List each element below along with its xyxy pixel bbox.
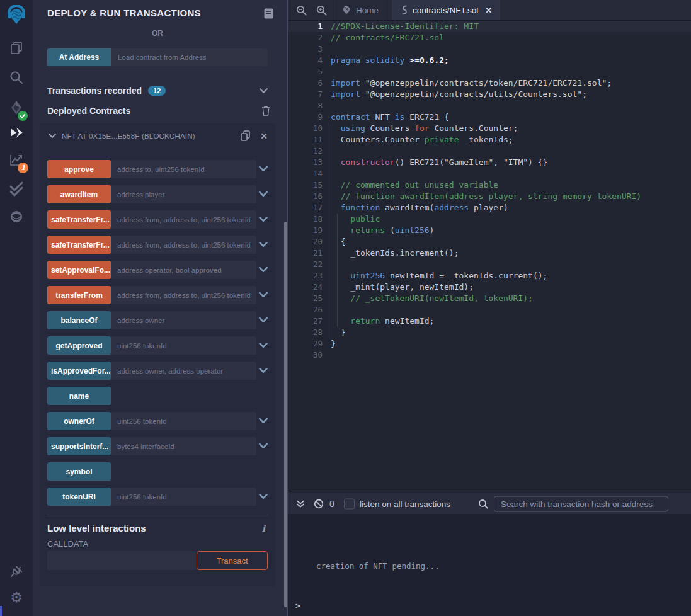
code-line-17[interactable]: 17 function awardItem(address player) (288, 202, 691, 214)
function-args-input[interactable] (111, 286, 256, 304)
function-args-input[interactable] (111, 185, 256, 203)
code-line-10[interactable]: 10 using Counters for Counters.Counter; (288, 123, 691, 134)
static-analysis-icon[interactable] (0, 181, 33, 197)
transact-button[interactable]: Transact (197, 551, 268, 570)
zoom-in-icon[interactable] (316, 5, 327, 16)
code-line-9[interactable]: 9contract NFT is ERC721 { (288, 111, 691, 123)
debugger-icon[interactable] (0, 209, 33, 224)
function-args-input[interactable] (111, 261, 256, 279)
close-icon[interactable]: ✕ (260, 132, 268, 140)
expand-function-icon[interactable] (259, 443, 268, 449)
code-line-12[interactable]: 12 (288, 145, 691, 157)
expand-function-icon[interactable] (259, 343, 268, 348)
trash-icon[interactable] (261, 106, 270, 116)
code-line-24[interactable]: 24 _mint(player, newItemId); (288, 282, 691, 293)
chevron-down-icon[interactable] (49, 134, 56, 139)
function-button-setapprovalfo[interactable]: setApprovalFo... (47, 261, 111, 279)
expand-function-icon[interactable] (259, 242, 268, 248)
function-args-input[interactable] (111, 236, 256, 254)
expand-function-icon[interactable] (259, 494, 268, 499)
code-line-29[interactable]: 29} (288, 338, 691, 350)
expand-function-icon[interactable] (259, 317, 268, 323)
calldata-input[interactable] (47, 551, 196, 570)
expand-function-icon[interactable] (259, 267, 268, 273)
code-line-20[interactable]: 20 { (288, 236, 691, 248)
code-line-26[interactable]: 26 (288, 304, 691, 316)
settings-gear-icon[interactable]: ⚙ (0, 591, 33, 605)
notification-badge: 1 (18, 163, 28, 173)
line-number: 2 (288, 32, 331, 43)
clear-console-icon[interactable] (314, 499, 324, 509)
copy-icon[interactable] (241, 130, 250, 141)
expand-function-icon[interactable] (259, 368, 268, 374)
code-line-27[interactable]: 27 return newItemId; (288, 316, 691, 327)
code-line-23[interactable]: 23 uint256 newItemId = _tokenIds.current… (288, 270, 691, 282)
terminal-search-input[interactable] (494, 496, 668, 511)
code-line-22[interactable]: 22 (288, 259, 691, 270)
expand-function-icon[interactable] (259, 217, 268, 222)
code-line-18[interactable]: 18 public (288, 214, 691, 225)
code-line-25[interactable]: 25 // _setTokenURI(newItemId, tokenURI); (288, 293, 691, 304)
function-button-approve[interactable]: approve (47, 160, 111, 178)
zoom-out-icon[interactable] (296, 5, 307, 16)
code-line-2[interactable]: 2// contracts/ERC721.sol (288, 32, 691, 43)
function-args-input[interactable] (111, 437, 256, 455)
code-line-3[interactable]: 3 (288, 43, 691, 55)
tab-contracts-nft-sol[interactable]: contracts/NFT.sol ✕ (392, 0, 500, 20)
code-area[interactable]: 1//SPDX-License-Identifier: MIT2// contr… (288, 21, 691, 361)
search-icon[interactable] (0, 70, 33, 85)
code-line-21[interactable]: 21 _tokenIds.increment(); (288, 248, 691, 259)
code-line-8[interactable]: 8 (288, 100, 691, 111)
code-line-28[interactable]: 28 } (288, 327, 691, 338)
deploy-and-run-icon[interactable] (0, 125, 33, 140)
code-line-11[interactable]: 11 Counters.Counter private _tokenIds; (288, 134, 691, 145)
solidity-compiler-icon[interactable] (0, 100, 33, 117)
listen-checkbox[interactable] (344, 498, 355, 509)
function-args-input[interactable] (111, 210, 256, 229)
function-button-supportsinterf[interactable]: supportsInterf... (47, 437, 111, 455)
expand-function-icon[interactable] (259, 418, 268, 424)
at-address-button[interactable]: At Address (47, 48, 111, 66)
code-line-15[interactable]: 15 // commented out unused variable (288, 180, 691, 191)
code-line-14[interactable]: 14 (288, 168, 691, 180)
function-button-safetransferfr[interactable]: safeTransferFr... (47, 210, 111, 229)
code-line-19[interactable]: 19 returns (uint256) (288, 225, 691, 236)
code-line-5[interactable]: 5 (288, 66, 691, 77)
function-args-input[interactable] (111, 336, 256, 355)
function-args-input[interactable] (111, 160, 256, 178)
close-tab-icon[interactable]: ✕ (485, 6, 492, 15)
code-line-16[interactable]: 16 // function awardItem(address player,… (288, 191, 691, 202)
transactions-journal-icon[interactable] (264, 8, 273, 19)
function-args-input[interactable] (111, 311, 256, 329)
file-explorer-icon[interactable] (0, 40, 33, 55)
function-button-name[interactable]: name (47, 387, 111, 405)
function-button-getapproved[interactable]: getApproved (47, 336, 111, 355)
code-line-7[interactable]: 7import "@openzeppelin/contracts/utils/C… (288, 89, 691, 100)
code-line-13[interactable]: 13 constructor() ERC721("GameItem", "ITM… (288, 157, 691, 168)
expand-function-icon[interactable] (259, 191, 268, 197)
code-line-6[interactable]: 6import "@openzeppelin/contracts/token/E… (288, 77, 691, 89)
function-button-awarditem[interactable]: awardItem (47, 185, 111, 203)
listen-label[interactable]: listen on all transactions (360, 499, 450, 508)
function-button-balanceof[interactable]: balanceOf (47, 311, 111, 329)
expand-function-icon[interactable] (259, 166, 268, 172)
function-button-isapprovedfor[interactable]: isApprovedFor... (47, 362, 111, 380)
at-address-input[interactable] (111, 48, 268, 66)
function-button-tokenuri[interactable]: tokenURI (47, 488, 111, 506)
tab-home[interactable]: Home (333, 0, 387, 20)
code-line-30[interactable]: 30 (288, 350, 691, 361)
function-args-input[interactable] (111, 488, 256, 506)
calldata-label: CALLDATA (47, 539, 268, 549)
function-button-symbol[interactable]: symbol (47, 462, 111, 481)
code-line-4[interactable]: 4pragma solidity >=0.6.2; (288, 55, 691, 66)
code-line-1[interactable]: 1//SPDX-License-Identifier: MIT (288, 21, 691, 32)
function-button-transferfrom[interactable]: transferFrom (47, 286, 111, 304)
collapse-terminal-icon[interactable] (296, 499, 305, 508)
expand-function-icon[interactable] (259, 292, 268, 298)
function-button-ownerof[interactable]: ownerOf (47, 412, 111, 430)
function-button-safetransferfr[interactable]: safeTransferFr... (47, 236, 111, 254)
chevron-down-icon[interactable] (260, 88, 268, 94)
plugin-manager-icon[interactable] (0, 564, 33, 579)
function-args-input[interactable] (111, 362, 256, 380)
function-args-input[interactable] (111, 412, 256, 430)
